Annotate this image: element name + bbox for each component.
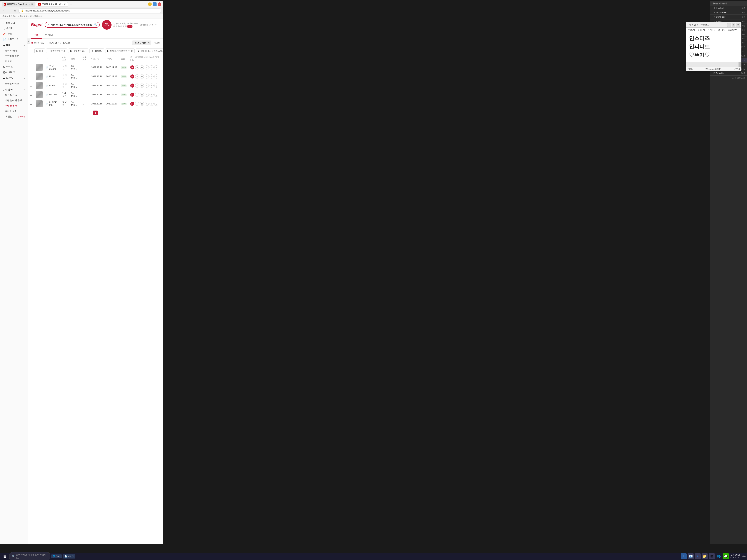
track-video-btn-0[interactable]: ▷ [150, 65, 154, 70]
track-play-btn-2[interactable]: ▶ [130, 83, 134, 87]
track-download-btn-4[interactable]: ⬇ [145, 102, 149, 106]
sidebar-item-new-music[interactable]: ♪ 최신 음악 [0, 20, 28, 26]
bukstv-collapse-icon[interactable]: ∧ [24, 77, 25, 79]
taskbar-folder-icon[interactable]: 📁 [702, 553, 708, 559]
track-play-btn-0[interactable]: ▶ [130, 65, 134, 70]
play-button[interactable]: ▶ 듣기 [34, 49, 45, 53]
track-album-btn-1[interactable]: ⊞ [140, 75, 144, 79]
header-link-support[interactable]: 고객센터 [140, 24, 148, 26]
search-input[interactable] [51, 24, 93, 26]
sidebar-item-radio[interactable]: ((•)) 라디오 [0, 70, 28, 75]
track-add-btn-2[interactable]: + [135, 83, 139, 87]
maximize-button[interactable]: □ [153, 2, 157, 6]
tab2-close[interactable]: ✕ [64, 3, 66, 5]
forward-button[interactable]: → [7, 8, 12, 13]
reload-button[interactable]: ↻ [13, 8, 17, 13]
windows-start-button[interactable]: ⊞ [1, 553, 8, 560]
add-playlist-button[interactable]: + 재생목록에 추가 [46, 49, 67, 53]
track-more-btn-2[interactable]: ⋮ [154, 83, 158, 87]
format-flac16[interactable]: FLAC16 [46, 42, 57, 44]
track-video-btn-1[interactable]: ▷ [150, 75, 154, 79]
notepad-menu-file[interactable]: 파일(F) [688, 28, 695, 31]
track-checkbox-1[interactable] [30, 75, 32, 77]
track-album-btn-3[interactable]: ⊞ [140, 92, 144, 97]
sidebar-item-liked[interactable]: 좋아한 음악 [0, 108, 28, 114]
format-flac16-radio[interactable] [46, 42, 48, 44]
sidebar-item-recent[interactable]: 최근 들은 곡 [0, 92, 28, 98]
tab-video[interactable]: 영상(0) [42, 31, 56, 39]
header-link-game[interactable]: 게임 [150, 24, 154, 26]
breadcrumb-item3[interactable]: 벅스 플레이어 [30, 15, 43, 18]
theme-collapse-icon[interactable]: ∧ [24, 44, 25, 46]
select-all-checkbox[interactable] [31, 50, 33, 52]
taskbar-chrome-icon[interactable]: 🌐 [716, 553, 722, 559]
breadcrumb-item1[interactable]: 슈퍼사운드 박스 [2, 15, 17, 18]
taskbar-l-icon[interactable]: L [681, 553, 687, 559]
song-list-item[interactable]: 1 I'm Cold 0:1 [710, 6, 747, 10]
track-add-btn-3[interactable]: + [135, 92, 139, 97]
minimize-button[interactable]: − [148, 2, 152, 6]
new-tab-button[interactable]: + [69, 3, 73, 6]
sidebar-item-purchased[interactable]: 구매한 음악 [0, 103, 28, 108]
track-add-btn-0[interactable]: + [135, 65, 139, 70]
mymusic-collapse-icon[interactable]: ∧ [24, 89, 25, 91]
tab-1[interactable]: B 김성규(Kim Sung Kyu) 'I'm Cold ✕ [2, 2, 35, 6]
back-button[interactable]: ← [2, 8, 6, 13]
format-mp3[interactable]: MP3, AAC [31, 42, 44, 44]
notepad-menu-edit[interactable]: 편집(E) [697, 28, 705, 31]
sidebar-item-special-live[interactable]: 스페셜 라이브 [0, 81, 28, 86]
song-list-item[interactable]: 3 안녕(Fade) 0:2 [710, 15, 747, 20]
taskbar-search[interactable]: 🔍 검색하려면 여기에 입력하십시오. [9, 552, 50, 560]
notepad-menu-help[interactable]: 도움말(H) [728, 28, 738, 31]
track-album-btn-0[interactable]: ⊞ [140, 65, 144, 70]
sidebar-item-most-played[interactable]: 가장 많이 들은 곡 [0, 98, 28, 103]
taskbar-chat-icon[interactable]: 💬 [723, 553, 729, 559]
search-clear-icon[interactable]: ✕ [47, 23, 49, 26]
track-checkbox-4[interactable] [30, 102, 32, 105]
track-add-btn-1[interactable]: + [135, 75, 139, 79]
header-link-more[interactable]: CO... [155, 24, 160, 26]
format-flac24[interactable]: FLAC24 [58, 42, 70, 44]
page-1-button[interactable]: 1 [93, 111, 98, 115]
sidebar-item-genre[interactable]: 🎸 장르 [0, 31, 28, 36]
notepad-menu-view[interactable]: 보기(V) [718, 28, 725, 31]
track-more-btn-4[interactable]: ⋮ [154, 102, 158, 106]
track-more-btn-3[interactable]: ⋮ [154, 92, 158, 97]
notepad-vertical-scroll[interactable] [738, 62, 741, 67]
track-checkbox-2[interactable] [30, 84, 32, 86]
track-download-btn-3[interactable]: ⬇ [145, 92, 149, 97]
sidebar-item-connect[interactable]: C 커넥트 [0, 64, 28, 70]
track-add-btn-4[interactable]: + [135, 102, 139, 106]
see-all-link[interactable]: 전체보기 [18, 115, 25, 118]
tab-2[interactable]: B 구매한 음악 > 곡 - 벅스 ✕ [36, 2, 68, 6]
sidebar-item-my-album[interactable]: 내 앨범 전체보기 [0, 114, 28, 119]
sidebar-item-music4u[interactable]: ♫ 뮤직4U [0, 26, 28, 31]
notepad-maximize[interactable]: □ [731, 23, 735, 27]
track-video-btn-4[interactable]: ▷ [150, 102, 154, 106]
sidebar-item-musicpd[interactable]: 뮤직PD 앨범 [0, 48, 28, 53]
track-play-btn-1[interactable]: ▶ [130, 75, 134, 79]
sidebar-toggle[interactable]: › [28, 38, 30, 44]
tab-songs[interactable]: 곡(5) [31, 31, 42, 39]
track-more-btn-1[interactable]: ⋮ [154, 75, 158, 79]
track-download-btn-0[interactable]: ⬇ [145, 65, 149, 70]
download-button[interactable]: ⬇ 다운로드 [89, 49, 104, 53]
notepad-close[interactable]: ✕ [736, 23, 740, 27]
sidebar-item-musicpost[interactable]: 📄 뮤직포스트 [0, 36, 28, 42]
track-more-btn-0[interactable]: ⋮ [154, 65, 158, 70]
notepad-menu-format[interactable]: 서식(O) [707, 28, 715, 31]
track-download-btn-2[interactable]: ⬇ [145, 83, 149, 87]
track-album-btn-2[interactable]: ⊞ [140, 83, 144, 87]
taskbar-app-browser[interactable]: 🌐 Bugs [51, 555, 62, 558]
track-album-btn-4[interactable]: ⊞ [140, 102, 144, 106]
sidebar-item-yearly[interactable]: 연도별 [0, 59, 28, 64]
format-flac24-radio[interactable] [58, 42, 61, 44]
play-all-add-button[interactable]: ▶ 전체 듣기(재생목록 추가) [105, 49, 134, 53]
address-bar[interactable]: 🔒 music.bugs.co.kr/user/library/purchase… [18, 8, 161, 13]
close-button[interactable]: ✕ [158, 2, 161, 6]
format-mp3-radio[interactable] [31, 42, 33, 44]
search-bar[interactable]: ✕ 🔍 [45, 22, 100, 28]
track-video-btn-2[interactable]: ▷ [150, 83, 154, 87]
taskbar-mail-icon[interactable]: 📧 [688, 553, 694, 559]
search-magnify-icon[interactable]: 🔍 [94, 23, 97, 26]
